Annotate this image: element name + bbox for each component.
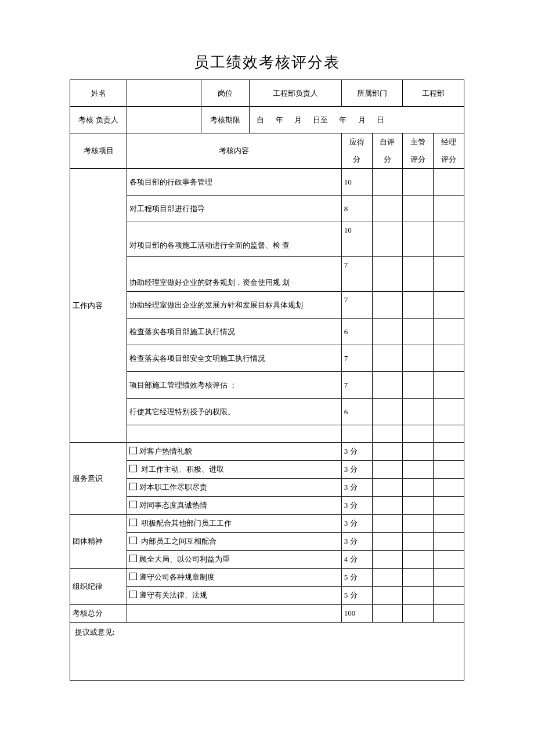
value-name[interactable] [127,80,201,107]
mgr-score-cell[interactable] [434,372,464,399]
mgr-score-cell[interactable] [434,169,464,196]
sup-score-cell[interactable] [403,222,434,257]
self-score-cell[interactable] [372,515,403,533]
mgr-score-cell[interactable] [434,196,464,222]
total-label: 考核总分 [70,605,127,623]
mgr-score-cell[interactable] [434,443,464,461]
checkbox-icon[interactable] [129,573,139,581]
sup-score-cell[interactable] [403,169,434,196]
self-score-cell[interactable] [372,425,403,443]
sup-score-cell[interactable] [403,196,434,222]
checkbox-icon[interactable] [129,501,139,509]
checkbox-icon[interactable] [129,465,139,473]
team-score: 3 分 [341,515,372,533]
mgr-score-cell[interactable] [434,461,464,479]
wc-row-score: 7 [341,257,372,292]
sup-score-cell[interactable] [403,569,434,587]
sup-score-cell[interactable] [403,292,434,319]
sup-score-cell[interactable] [403,345,434,372]
total-content [127,605,342,623]
sup-score-cell[interactable] [403,257,434,292]
self-score-cell[interactable] [372,222,403,257]
wc-row-score: 7 [341,372,372,399]
mgr-total-cell[interactable] [434,605,464,623]
self-score-cell[interactable] [372,551,403,569]
value-period[interactable]: 自 年 月 日至 年 月 日 [250,107,464,133]
mgr-score-cell[interactable] [434,399,464,425]
section-discipline-label: 组织纪律 [70,569,127,605]
self-score-cell[interactable] [372,479,403,497]
self-score-cell[interactable] [372,292,403,319]
mgr-score-cell[interactable] [434,551,464,569]
self-score-cell[interactable] [372,587,403,605]
self-score-cell[interactable] [372,533,403,551]
wc-row-text: 行使其它经理特别授予的权限。 [127,399,342,425]
sup-score-cell[interactable] [403,533,434,551]
section-service-label: 服务意识 [70,443,127,515]
mgr-score-cell[interactable] [434,345,464,372]
label-name: 姓名 [70,80,127,107]
col-content: 考核内容 [127,133,342,169]
col-sup-2: 评分 [403,151,434,169]
sup-score-cell[interactable] [403,515,434,533]
mgr-score-cell[interactable] [434,292,464,319]
sup-score-cell[interactable] [403,425,434,443]
disc-score: 5 分 [341,587,372,605]
checkbox-icon[interactable] [129,537,139,545]
self-score-cell[interactable] [372,569,403,587]
col-mgr-1: 经理 [434,133,464,151]
checkbox-icon[interactable] [129,483,139,491]
self-score-cell[interactable] [372,345,403,372]
mgr-score-cell[interactable] [434,319,464,345]
self-total-cell[interactable] [372,605,403,623]
self-score-cell[interactable] [372,169,403,196]
col-expected-2: 分 [341,151,372,169]
self-score-cell[interactable] [372,443,403,461]
suggestion-cell[interactable]: 提议或意见: [70,623,464,681]
sup-score-cell[interactable] [403,319,434,345]
self-score-cell[interactable] [372,497,403,515]
sup-score-cell[interactable] [403,372,434,399]
mgr-score-cell[interactable] [434,479,464,497]
label-position: 岗位 [201,80,250,107]
svc-row: 对客户热情礼貌 [127,443,342,461]
svc-score: 3 分 [341,479,372,497]
checkbox-icon[interactable] [129,591,139,599]
self-score-cell[interactable] [372,372,403,399]
sup-score-cell[interactable] [403,551,434,569]
checkbox-icon[interactable] [129,555,139,563]
mgr-score-cell[interactable] [434,587,464,605]
mgr-score-cell[interactable] [434,497,464,515]
self-score-cell[interactable] [372,461,403,479]
wc-row-text: 对工程项目部进行指导 [127,196,342,222]
team-row: 内部员工之间互相配合 [127,533,342,551]
mgr-score-cell[interactable] [434,515,464,533]
checkbox-icon[interactable] [129,447,139,455]
svc-score: 3 分 [341,461,372,479]
sup-score-cell[interactable] [403,461,434,479]
mgr-score-cell[interactable] [434,533,464,551]
self-score-cell[interactable] [372,196,403,222]
sup-score-cell[interactable] [403,443,434,461]
checkbox-icon[interactable] [129,519,139,527]
value-reviewer[interactable] [127,107,201,133]
mgr-score-cell[interactable] [434,569,464,587]
sup-score-cell[interactable] [403,497,434,515]
sup-total-cell[interactable] [403,605,434,623]
disc-row: 遵守公司各种规章制度 [127,569,342,587]
mgr-score-cell[interactable] [434,222,464,257]
self-score-cell[interactable] [372,319,403,345]
mgr-score-cell[interactable] [434,257,464,292]
page-title: 员工绩效考核评分表 [70,52,464,73]
wc-row-text: 对项目部的各项施工活动进行全面的监督、检 查 [127,222,342,257]
sup-score-cell[interactable] [403,479,434,497]
self-score-cell[interactable] [372,399,403,425]
disc-row: 遵守有关法律、法规 [127,587,342,605]
mgr-score-cell[interactable] [434,425,464,443]
wc-row-score: 6 [341,399,372,425]
sup-score-cell[interactable] [403,399,434,425]
wc-row-text: 检查落实各项目部安全文明施工执行情况 [127,345,342,372]
self-score-cell[interactable] [372,257,403,292]
wc-row-score: 6 [341,319,372,345]
sup-score-cell[interactable] [403,587,434,605]
